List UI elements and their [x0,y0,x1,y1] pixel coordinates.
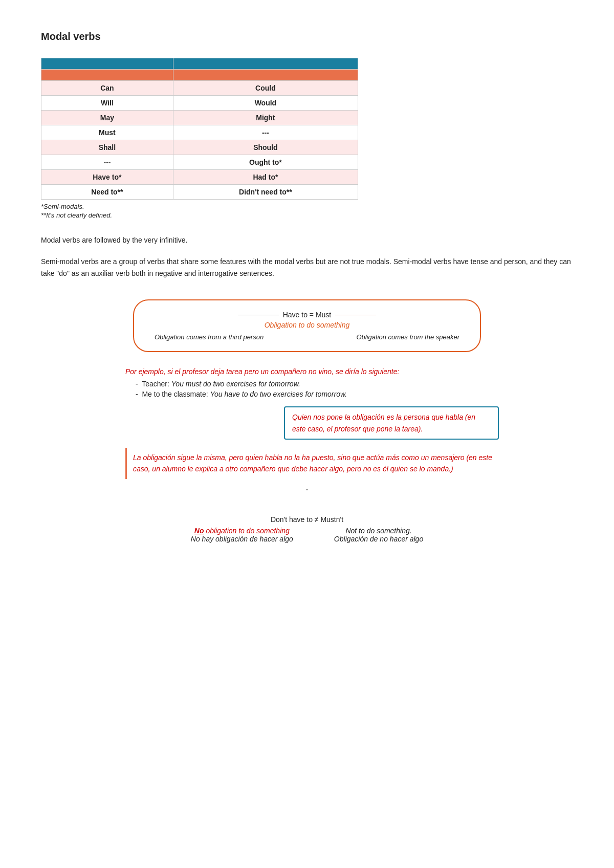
table-cell: Ought to* [173,155,358,170]
have-to-section: Have to = Must Obligation to do somethin… [41,299,573,479]
teal-quote: Quien nos pone la obligación es la perso… [284,406,499,440]
table-header-right [173,58,358,70]
dont-no-obligation: No obligation to do something [191,527,293,535]
table-cell: --- [41,155,173,170]
dont-left-spanish: No hay obligación de hacer algo [191,535,293,543]
table-cell: Didn't need to** [173,185,358,200]
obligation-right: Obligation comes from the speaker [356,333,459,341]
table-cell: Need to** [41,185,173,200]
para-1: Modal verbs are followed by the very inf… [41,234,573,246]
dont-obligation-text: obligation to do something [206,527,289,535]
table-cell: May [41,111,173,125]
table-cell: Have to* [41,170,173,185]
dont-right: Not to do something. Obligación de no ha… [334,527,423,543]
teal-quote-wrapper: Quien nos pone la obligación es la perso… [125,406,499,440]
orange-quote: La obligación sigue la misma, pero quien… [125,448,499,479]
dont-left: No obligation to do something No hay obl… [191,527,293,543]
dot-separator: · [41,484,573,495]
table-subheader-left [41,70,173,81]
footnote-2: **It's not clearly defined. [41,211,573,219]
table-cell: Would [173,96,358,111]
outer-wrapper: Have to = Must Obligation to do somethin… [115,299,499,479]
example-label-2: - Me to the classmate: [136,390,210,398]
table-cell: Can [41,81,173,96]
table-cell: Had to* [173,170,358,185]
obligation-left: Obligation comes from a third person [155,333,264,341]
example-item-1: - Teacher: You must do two exercises for… [136,380,499,388]
example-label-1: - Teacher: [136,380,171,388]
para-2: Semi-modal verbs are a group of verbs th… [41,256,573,279]
table-cell: --- [173,125,358,140]
dont-row: No obligation to do something No hay obl… [41,527,573,543]
example-text-2: You have to do two exercises for tomorro… [210,390,347,398]
table-cell: Must [41,125,173,140]
dont-right-spanish: Obligación de no hacer algo [334,535,423,543]
table-cell: Should [173,140,358,155]
table-header-left [41,58,173,70]
dont-section: Don't have to ≠ Mustn't No obligation to… [41,515,573,543]
page-title: Modal verbs [41,31,573,42]
title-line-wrapper: Have to = Must [155,311,459,319]
table-subheader-right [173,70,358,81]
modal-table: Can Could Will Would May Might Must --- … [41,58,358,200]
dont-not-to: Not to do something. [334,527,423,535]
line-left [238,315,279,315]
dont-title: Don't have to ≠ Mustn't [41,515,573,524]
have-to-title: Have to = Must [279,311,336,319]
footnote-1: *Semi-modals. [41,203,573,210]
example-item-2: - Me to the classmate: You have to do tw… [136,390,499,398]
obligation-row: Obligation comes from a third person Obl… [155,333,459,341]
table-cell: Will [41,96,173,111]
example-intro: Por ejemplo, si el profesor deja tarea p… [125,367,499,376]
table-cell: Could [173,81,358,96]
have-to-subtitle: Obligation to do something [155,321,459,329]
example-section: Por ejemplo, si el profesor deja tarea p… [115,367,499,479]
line-right [335,315,376,315]
example-text-1: You must do two exercises for tomorrow. [171,380,300,388]
table-cell: Shall [41,140,173,155]
table-cell: Might [173,111,358,125]
dont-no-underline: No [194,527,204,535]
have-to-box: Have to = Must Obligation to do somethin… [133,299,481,352]
